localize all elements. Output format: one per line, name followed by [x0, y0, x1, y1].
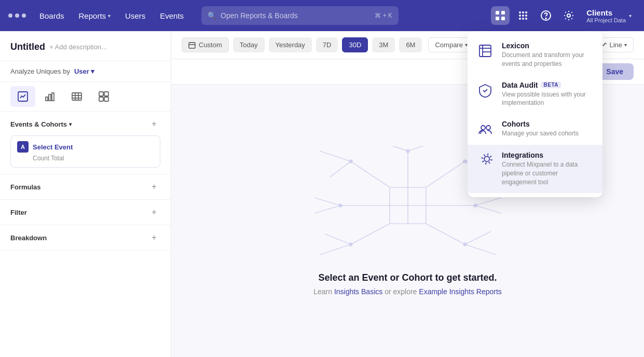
- reports-chevron-icon: ▾: [108, 13, 111, 19]
- cohorts-icon: [476, 120, 495, 139]
- 30d-button[interactable]: 30D: [342, 37, 368, 52]
- svg-rect-20: [72, 93, 81, 100]
- formulas-header[interactable]: Formulas +: [10, 181, 160, 193]
- more-charts-icon: [98, 91, 109, 102]
- 6m-button[interactable]: 6M: [399, 37, 422, 52]
- svg-line-51: [465, 231, 491, 244]
- svg-rect-17: [46, 97, 48, 101]
- chart-type-table[interactable]: [64, 86, 89, 107]
- menu-item-data-audit[interactable]: Data Audit BETA View possible issues wit…: [468, 75, 602, 114]
- search-shortcut: ⌘ + K: [375, 12, 392, 19]
- nav-reports[interactable]: Reports ▾: [74, 8, 116, 23]
- svg-point-71: [481, 126, 485, 130]
- events-cohorts-title: Events & Cohorts ▾: [10, 120, 72, 128]
- client-name: Clients: [586, 8, 626, 17]
- insights-basics-link[interactable]: Insights Basics: [334, 287, 382, 296]
- menu-item-cohorts[interactable]: Cohorts Manage your saved cohorts: [468, 114, 602, 145]
- svg-rect-29: [189, 43, 195, 48]
- search-input[interactable]: [221, 11, 371, 20]
- svg-rect-18: [49, 94, 51, 101]
- svg-line-55: [475, 205, 501, 213]
- events-cohorts-header[interactable]: Events & Cohorts ▾ +: [10, 118, 160, 130]
- filter-header[interactable]: Filter +: [10, 206, 160, 218]
- example-reports-link[interactable]: Example Insights Reports: [419, 287, 502, 296]
- nav-boards[interactable]: Boards: [34, 8, 70, 23]
- line-chevron-icon: ▾: [624, 42, 627, 48]
- yesterday-button[interactable]: Yesterday: [269, 37, 312, 52]
- svg-rect-67: [479, 45, 491, 57]
- nav-users[interactable]: Users: [120, 8, 150, 23]
- svg-line-45: [330, 161, 351, 177]
- cohorts-title: Cohorts: [502, 120, 594, 128]
- bar-chart-icon: [44, 91, 56, 102]
- svg-point-10: [519, 18, 521, 20]
- event-card[interactable]: A Select Event Count Total: [10, 135, 160, 168]
- analyze-row: Analyze Uniques by User ▾: [0, 61, 171, 82]
- svg-point-64: [406, 149, 409, 153]
- svg-rect-27: [99, 97, 103, 101]
- 7d-button[interactable]: 7D: [316, 37, 338, 52]
- nav-events[interactable]: Events: [155, 8, 189, 23]
- event-name: Select Event: [33, 143, 73, 151]
- events-cohorts-section: Events & Cohorts ▾ + A Select Event Coun…: [0, 112, 171, 174]
- data-audit-icon: [476, 81, 495, 100]
- svg-line-52: [314, 198, 340, 205]
- search-bar[interactable]: 🔍 ⌘ + K: [201, 6, 399, 25]
- svg-point-58: [349, 160, 352, 163]
- menu-item-integrations[interactable]: Integrations Connect Mixpanel to a data …: [468, 145, 602, 193]
- svg-point-15: [567, 14, 570, 17]
- integrations-title: Integrations: [502, 151, 594, 159]
- chart-type-more[interactable]: [91, 86, 116, 107]
- events-cohorts-add-button[interactable]: +: [148, 118, 160, 130]
- chart-type-bar[interactable]: [37, 86, 62, 107]
- svg-point-7: [519, 15, 521, 17]
- table-icon: [71, 91, 83, 102]
- chart-type-insights[interactable]: [10, 86, 35, 107]
- svg-point-8: [522, 15, 524, 17]
- svg-line-53: [314, 205, 340, 213]
- svg-line-48: [320, 244, 351, 255]
- breakdown-add-button[interactable]: +: [148, 231, 160, 244]
- filter-add-button[interactable]: +: [148, 206, 160, 218]
- svg-line-56: [392, 146, 408, 151]
- calendar-icon: [188, 42, 196, 49]
- client-selector[interactable]: Clients All Project Data ▾: [582, 6, 636, 25]
- svg-line-38: [426, 161, 465, 187]
- 3m-button[interactable]: 3M: [372, 37, 395, 52]
- empty-state-title: Select an Event or Cohort to get started…: [318, 272, 497, 283]
- event-sub: Count Total: [17, 155, 154, 162]
- svg-point-72: [486, 126, 490, 130]
- today-button[interactable]: Today: [233, 37, 265, 52]
- client-sub: All Project Data: [586, 17, 626, 23]
- grid-icon-btn[interactable]: [514, 6, 532, 25]
- grid-icon: [517, 10, 529, 21]
- svg-rect-3: [501, 17, 505, 20]
- formulas-section: Formulas +: [0, 174, 171, 200]
- breakdown-header[interactable]: Breakdown +: [10, 231, 160, 244]
- filter-section: Filter +: [0, 200, 171, 225]
- data-audit-desc: View possible issues with your implement…: [502, 90, 594, 108]
- left-panel: Untitled + Add description... Analyze Un…: [0, 31, 171, 357]
- help-icon-btn[interactable]: [537, 6, 555, 25]
- integrations-text: Integrations Connect Mixpanel to a data …: [502, 151, 594, 186]
- page-description[interactable]: + Add description...: [49, 43, 107, 51]
- analyze-value-selector[interactable]: User ▾: [74, 67, 94, 75]
- svg-point-12: [525, 18, 527, 20]
- svg-line-49: [325, 234, 351, 244]
- lexicon-desc: Document and transform your events and p…: [502, 51, 594, 68]
- menu-item-lexicon[interactable]: Lexicon Document and transform your even…: [468, 35, 602, 75]
- custom-date-button[interactable]: Custom: [182, 37, 229, 52]
- events-cohorts-chevron-icon: ▾: [69, 121, 72, 127]
- formulas-add-button[interactable]: +: [148, 181, 160, 193]
- svg-line-37: [351, 161, 390, 187]
- gear-icon: [563, 10, 574, 21]
- svg-line-57: [408, 146, 423, 151]
- apps-icon-btn[interactable]: [491, 6, 510, 25]
- page-title: Untitled: [10, 42, 45, 52]
- settings-icon-btn[interactable]: [559, 6, 578, 25]
- svg-rect-0: [496, 11, 499, 15]
- svg-rect-28: [104, 97, 108, 101]
- beta-badge: BETA: [541, 81, 560, 88]
- svg-point-73: [485, 155, 491, 162]
- svg-point-63: [474, 204, 477, 207]
